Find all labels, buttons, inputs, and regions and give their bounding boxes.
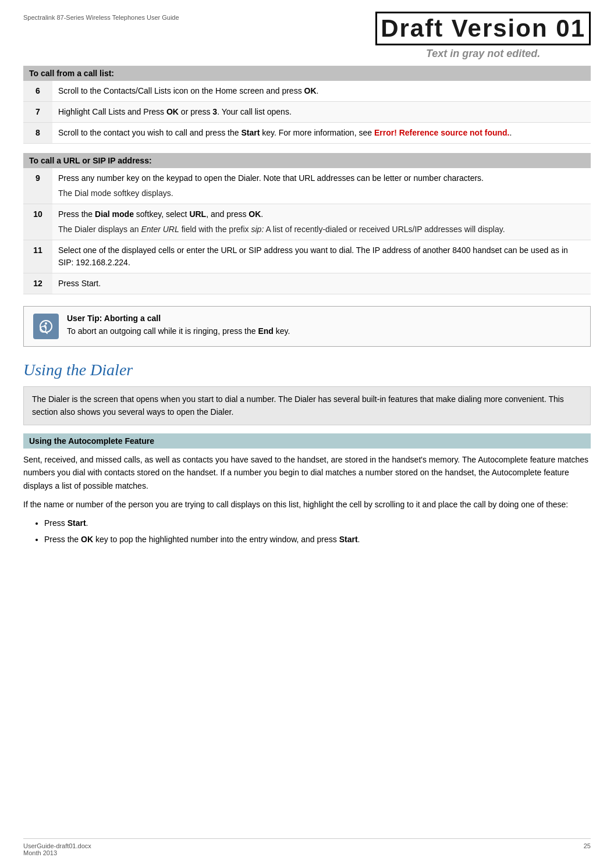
url-section-header: To call a URL or SIP IP address: (23, 153, 591, 168)
step-number: 10 (23, 204, 52, 240)
page-footer: UserGuide-draft01.docx Month 2013 25 (23, 838, 591, 856)
table-row: 12 Press Start. (23, 273, 591, 294)
draft-title-block: Draft Version 01 Text in gray not edited… (375, 12, 591, 60)
autocomplete-header: Using the Autocomplete Feature (23, 433, 591, 449)
using-dialer-heading: Using the Dialer (23, 361, 591, 379)
list-item: Press the OK key to pop the highlighted … (44, 533, 591, 546)
bold-start: Start (241, 128, 260, 137)
table-row: 9 Press any number key on the keypad to … (23, 168, 591, 204)
dialer-intro-para: The Dialer is the screen that opens when… (23, 386, 591, 425)
doc-title: Spectralink 87-Series Wireless Telephone… (23, 12, 179, 21)
bold-dial-mode: Dial mode (95, 209, 134, 219)
step-number: 8 (23, 123, 52, 144)
tip-box: User Tip: Aborting a call To abort an ou… (23, 306, 591, 347)
step-content: Scroll to the contact you wish to call a… (52, 123, 591, 144)
sub-block: The Dialer displays an Enter URL field w… (58, 223, 585, 236)
footer-filename: UserGuide-draft01.docx (23, 842, 91, 849)
step-number: 7 (23, 102, 52, 123)
table-row: 8 Scroll to the contact you wish to call… (23, 123, 591, 144)
error-reference: Error! Reference source not found. (374, 128, 510, 137)
tip-title: User Tip: Aborting a call (67, 314, 290, 323)
footer-left: UserGuide-draft01.docx Month 2013 (23, 842, 91, 856)
step-content: Press any number key on the keypad to op… (52, 168, 591, 204)
bold-3: 3 (212, 107, 217, 116)
tip-icon (33, 314, 59, 339)
call-list-table: 6 Scroll to the Contacts/Call Lists icon… (23, 81, 591, 144)
sub-block: The Dial mode softkey displays. (58, 187, 585, 200)
autocomplete-bullets: Press Start. Press the OK key to pop the… (23, 517, 591, 546)
footer-date: Month 2013 (23, 849, 91, 856)
bold-ok: OK (304, 86, 317, 95)
step-number: 12 (23, 273, 52, 294)
tip-body: To abort an outgoing call while it is ri… (67, 325, 290, 337)
table-row: 10 Press the Dial mode softkey, select U… (23, 204, 591, 240)
tip-content: User Tip: Aborting a call To abort an ou… (67, 314, 290, 337)
table-row: 7 Highlight Call Lists and Press OK or p… (23, 102, 591, 123)
draft-subtitle: Text in gray not edited. (375, 48, 591, 60)
svg-point-1 (45, 322, 47, 325)
bold-start: Start (68, 518, 86, 528)
draft-version-title: Draft Version 01 (375, 12, 591, 45)
page-number: 25 (584, 842, 591, 856)
bold-end: End (258, 326, 273, 336)
call-list-header: To call from a call list: (23, 66, 591, 81)
list-item: Press Start. (44, 517, 591, 529)
table-row: 11 Select one of the displayed cells or … (23, 240, 591, 273)
italic-enter-url: Enter URL (141, 225, 179, 234)
step-number: 9 (23, 168, 52, 204)
step-content: Press the Dial mode softkey, select URL,… (52, 204, 591, 240)
table-row: 6 Scroll to the Contacts/Call Lists icon… (23, 81, 591, 102)
bold-start: Start (339, 535, 358, 544)
bold-ok: OK (81, 535, 93, 544)
page-header: Spectralink 87-Series Wireless Telephone… (23, 12, 591, 60)
bold-url: URL (189, 209, 206, 219)
url-table: 9 Press any number key on the keypad to … (23, 168, 591, 294)
autocomplete-para2: If the name or number of the person you … (23, 498, 591, 511)
step-content: Select one of the displayed cells or ent… (52, 240, 591, 273)
bold-ok: OK (249, 209, 261, 219)
step-number: 6 (23, 81, 52, 102)
bold-ok: OK (166, 107, 179, 116)
step-content: Highlight Call Lists and Press OK or pre… (52, 102, 591, 123)
step-content: Scroll to the Contacts/Call Lists icon o… (52, 81, 591, 102)
step-number: 11 (23, 240, 52, 273)
italic-sip: sip: (251, 225, 264, 234)
step-content: Press Start. (52, 273, 591, 294)
autocomplete-para1: Sent, received, and missed calls, as wel… (23, 453, 591, 492)
